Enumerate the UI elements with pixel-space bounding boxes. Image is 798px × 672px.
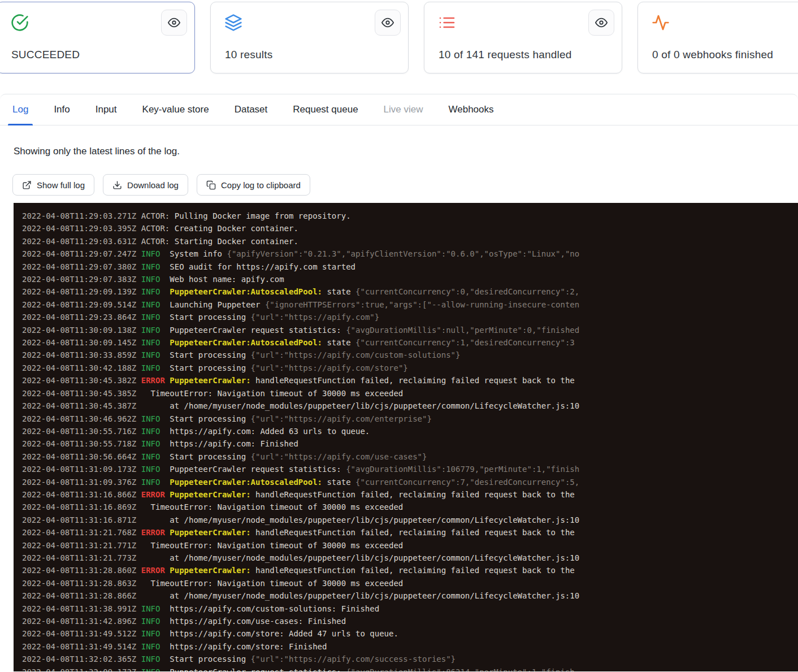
log-line: 2022-04-08T11:30:55.716Z INFO https://ap… (22, 425, 798, 437)
eye-view-button[interactable] (588, 10, 614, 36)
log-line: 2022-04-08T11:31:21.771Z TimeoutError: N… (22, 539, 798, 552)
copy-icon (206, 180, 216, 190)
log-line: 2022-04-08T11:31:21.773Z at /home/myuser… (22, 552, 798, 564)
log-line: 2022-04-08T11:31:16.869Z TimeoutError: N… (22, 501, 798, 513)
run-tabs: LogInfoInputKey-value storeDatasetReques… (0, 94, 798, 125)
log-line: 2022-04-08T11:31:16.866Z ERROR Puppeteer… (22, 488, 798, 501)
tab-log[interactable]: Log (12, 94, 28, 125)
external-link-icon (22, 180, 32, 190)
log-line: 2022-04-08T11:31:16.871Z at /home/myuser… (22, 514, 798, 526)
log-line: 2022-04-08T11:30:09.138Z INFO PuppeteerC… (22, 324, 798, 336)
download-log-button[interactable]: Download log (103, 174, 188, 196)
status-card-label: 0 of 0 webhooks finished (652, 49, 773, 61)
log-line: 2022-04-08T11:30:45.387Z at /home/myuser… (22, 400, 798, 412)
log-line: 2022-04-08T11:29:09.514Z INFO Launching … (22, 298, 798, 311)
status-card-label: 10 of 141 requests handled (439, 49, 572, 61)
status-card-3[interactable]: 0 of 0 webhooks finished (637, 2, 798, 73)
log-line: 2022-04-08T11:31:42.896Z INFO https://ap… (22, 615, 798, 627)
log-line: 2022-04-08T11:31:28.860Z ERROR Puppeteer… (22, 564, 798, 576)
run-detail-section: LogInfoInputKey-value storeDatasetReques… (0, 94, 798, 671)
log-line: 2022-04-08T11:31:21.768Z ERROR Puppeteer… (22, 526, 798, 539)
log-line: 2022-04-08T11:31:09.376Z INFO PuppeteerC… (22, 476, 798, 488)
log-line: 2022-04-08T11:30:56.664Z INFO Start proc… (22, 450, 798, 463)
log-line: 2022-04-08T11:30:45.382Z ERROR Puppeteer… (22, 374, 798, 387)
log-line: 2022-04-08T11:30:45.385Z TimeoutError: N… (22, 387, 798, 400)
status-card-1[interactable]: 10 results (210, 2, 409, 73)
eye-view-button[interactable] (161, 10, 187, 36)
tab-request-queue[interactable]: Request queue (293, 94, 358, 125)
status-card-2[interactable]: 10 of 141 requests handled (424, 2, 622, 73)
log-line: 2022-04-08T11:30:09.145Z INFO PuppeteerC… (22, 336, 798, 349)
log-tab-panel: Showing only the latest lines of the log… (0, 146, 798, 671)
eye-view-button[interactable] (375, 10, 401, 36)
log-actions: Show full logDownload logCopy log to cli… (12, 174, 798, 196)
log-line: 2022-04-08T11:31:28.866Z at /home/myuser… (22, 589, 798, 602)
pulse-icon (652, 14, 670, 32)
button-label: Copy log to clipboard (221, 180, 301, 190)
log-line: 2022-04-08T11:29:07.383Z INFO Web host n… (22, 273, 798, 285)
log-line: 2022-04-08T11:29:07.247Z INFO System inf… (22, 248, 798, 260)
tab-live-view: Live view (384, 94, 423, 125)
log-line: 2022-04-08T11:29:23.864Z INFO Start proc… (22, 311, 798, 323)
button-label: Download log (127, 180, 179, 190)
log-line: 2022-04-08T11:31:28.863Z TimeoutError: N… (22, 577, 798, 589)
log-note: Showing only the latest lines of the log… (14, 146, 798, 157)
log-line: 2022-04-08T11:31:09.173Z INFO PuppeteerC… (22, 463, 798, 475)
button-label: Show full log (37, 180, 85, 190)
copy-log-to-clipboard-button[interactable]: Copy log to clipboard (197, 174, 310, 196)
log-line: 2022-04-08T11:29:03.631Z ACTOR: Starting… (22, 235, 798, 248)
log-line: 2022-04-08T11:30:55.718Z INFO https://ap… (22, 437, 798, 450)
tab-key-value-store[interactable]: Key-value store (142, 94, 209, 125)
log-line: 2022-04-08T11:29:03.395Z ACTOR: Creating… (22, 222, 798, 235)
list-icon (438, 14, 456, 32)
run-status-cards: SUCCEEDED10 results10 of 141 requests ha… (0, 0, 798, 73)
status-card-label: 10 results (225, 49, 272, 61)
tab-info[interactable]: Info (54, 94, 70, 125)
status-card-label: SUCCEEDED (11, 49, 80, 61)
tab-webhooks[interactable]: Webhooks (449, 94, 494, 125)
log-line: 2022-04-08T11:29:03.271Z ACTOR: Pulling … (22, 210, 798, 222)
log-line: 2022-04-08T11:29:09.139Z INFO PuppeteerC… (22, 285, 798, 298)
log-line: 2022-04-08T11:30:46.962Z INFO Start proc… (22, 413, 798, 425)
log-line: 2022-04-08T11:31:49.512Z INFO https://ap… (22, 627, 798, 640)
log-line: 2022-04-08T11:31:49.514Z INFO https://ap… (22, 640, 798, 653)
log-line: 2022-04-08T11:30:33.859Z INFO Start proc… (22, 349, 798, 361)
log-line: 2022-04-08T11:32:09.172Z INFO PuppeteerC… (22, 666, 798, 671)
log-line: 2022-04-08T11:30:42.188Z INFO Start proc… (22, 362, 798, 374)
show-full-log-button[interactable]: Show full log (12, 174, 94, 196)
log-line: 2022-04-08T11:29:07.380Z INFO SEO audit … (22, 261, 798, 273)
log-console[interactable]: 2022-04-08T11:29:03.271Z ACTOR: Pulling … (14, 203, 798, 671)
tab-input[interactable]: Input (96, 94, 117, 125)
tab-dataset[interactable]: Dataset (235, 94, 268, 125)
log-line: 2022-04-08T11:31:38.991Z INFO https://ap… (22, 602, 798, 615)
check-circle-icon (11, 14, 29, 32)
download-icon (112, 180, 122, 190)
log-line: 2022-04-08T11:32:02.365Z INFO Start proc… (22, 653, 798, 665)
layers-icon (224, 14, 242, 32)
status-card-0[interactable]: SUCCEEDED (0, 2, 195, 73)
